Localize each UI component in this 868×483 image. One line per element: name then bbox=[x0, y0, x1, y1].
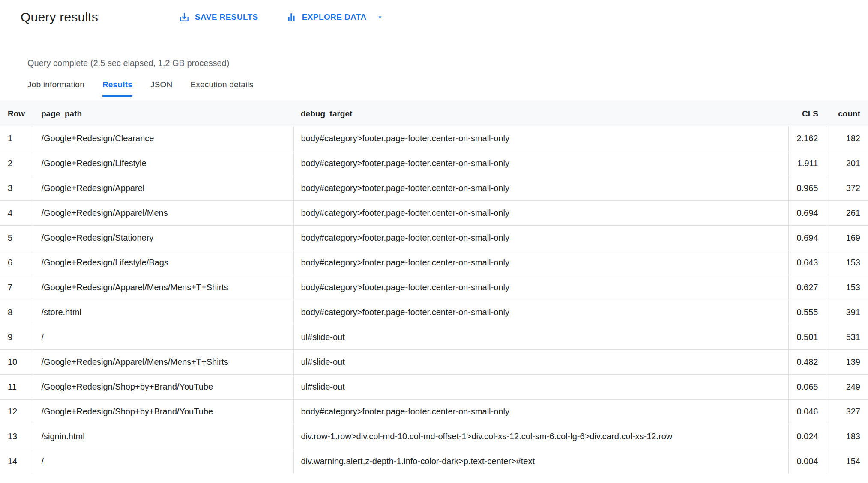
save-results-button[interactable]: SAVE RESULTS bbox=[179, 12, 258, 23]
row-number-cell: 9 bbox=[0, 325, 32, 350]
row-number-cell: 2 bbox=[0, 151, 32, 176]
table-row: 1/Google+Redesign/Clearancebody#category… bbox=[0, 126, 868, 151]
count-cell: 153 bbox=[826, 275, 868, 300]
cls-cell: 0.065 bbox=[788, 375, 826, 400]
page-path-cell: /store.html bbox=[32, 300, 293, 325]
debug-target-cell: div.warning.alert.z-depth-1.info-color-d… bbox=[293, 449, 788, 474]
page-path-cell: / bbox=[32, 325, 293, 350]
results-tabs: Job informationResultsJSONExecution deta… bbox=[27, 80, 868, 97]
query-status-text: Query complete (2.5 sec elapsed, 1.2 GB … bbox=[27, 58, 868, 68]
debug-target-cell: body#category>footer.page-footer.center-… bbox=[293, 250, 788, 275]
explore-data-label: EXPLORE DATA bbox=[302, 12, 367, 22]
count-cell: 391 bbox=[826, 300, 868, 325]
column-header-debug-target: debug_target bbox=[293, 101, 788, 126]
page-path-cell: /Google+Redesign/Shop+by+Brand/YouTube bbox=[32, 400, 293, 424]
count-cell: 139 bbox=[826, 350, 868, 375]
page-path-cell: /Google+Redesign/Apparel/Mens bbox=[32, 201, 293, 226]
cls-cell: 1.911 bbox=[788, 151, 826, 176]
cls-cell: 0.501 bbox=[788, 325, 826, 350]
column-header-cls: CLS bbox=[788, 101, 826, 126]
debug-target-cell: ul#slide-out bbox=[293, 325, 788, 350]
table-row: 10/Google+Redesign/Apparel/Mens/Mens+T+S… bbox=[0, 350, 868, 375]
chevron-down-icon bbox=[376, 13, 384, 21]
debug-target-cell: body#category>footer.page-footer.center-… bbox=[293, 126, 788, 151]
row-number-cell: 8 bbox=[0, 300, 32, 325]
count-cell: 531 bbox=[826, 325, 868, 350]
cls-cell: 0.004 bbox=[788, 449, 826, 474]
cls-cell: 0.555 bbox=[788, 300, 826, 325]
debug-target-cell: body#category>footer.page-footer.center-… bbox=[293, 201, 788, 226]
results-table-body: 1/Google+Redesign/Clearancebody#category… bbox=[0, 126, 868, 474]
count-cell: 154 bbox=[826, 449, 868, 474]
row-number-cell: 11 bbox=[0, 375, 32, 400]
debug-target-cell: div.row-1.row>div.col-md-10.col-md-offse… bbox=[293, 424, 788, 449]
cls-cell: 2.162 bbox=[788, 126, 826, 151]
tab-results[interactable]: Results bbox=[102, 80, 132, 97]
cls-cell: 0.046 bbox=[788, 400, 826, 424]
count-cell: 261 bbox=[826, 201, 868, 226]
count-cell: 153 bbox=[826, 250, 868, 275]
debug-target-cell: body#category>footer.page-footer.center-… bbox=[293, 226, 788, 250]
count-cell: 249 bbox=[826, 375, 868, 400]
debug-target-cell: body#category>footer.page-footer.center-… bbox=[293, 300, 788, 325]
column-header-count: count bbox=[826, 101, 868, 126]
cls-cell: 0.694 bbox=[788, 226, 826, 250]
debug-target-cell: body#category>footer.page-footer.center-… bbox=[293, 176, 788, 201]
explore-data-button[interactable]: EXPLORE DATA bbox=[286, 12, 384, 23]
table-row: 6/Google+Redesign/Lifestyle/Bagsbody#cat… bbox=[0, 250, 868, 275]
table-row: 3/Google+Redesign/Apparelbody#category>f… bbox=[0, 176, 868, 201]
row-number-cell: 14 bbox=[0, 449, 32, 474]
save-results-label: SAVE RESULTS bbox=[195, 12, 258, 22]
row-number-cell: 6 bbox=[0, 250, 32, 275]
row-number-cell: 12 bbox=[0, 400, 32, 424]
count-cell: 201 bbox=[826, 151, 868, 176]
cls-cell: 0.965 bbox=[788, 176, 826, 201]
table-row: 13/signin.htmldiv.row-1.row>div.col-md-1… bbox=[0, 424, 868, 449]
tab-json[interactable]: JSON bbox=[150, 80, 172, 97]
row-number-cell: 10 bbox=[0, 350, 32, 375]
bar-chart-icon bbox=[286, 12, 297, 23]
page-path-cell: /Google+Redesign/Stationery bbox=[32, 226, 293, 250]
debug-target-cell: ul#slide-out bbox=[293, 375, 788, 400]
page-path-cell: /Google+Redesign/Lifestyle/Bags bbox=[32, 250, 293, 275]
row-number-cell: 1 bbox=[0, 126, 32, 151]
table-row: 7/Google+Redesign/Apparel/Mens/Mens+T+Sh… bbox=[0, 275, 868, 300]
tab-job-information[interactable]: Job information bbox=[27, 80, 84, 97]
cls-cell: 0.627 bbox=[788, 275, 826, 300]
row-number-cell: 3 bbox=[0, 176, 32, 201]
table-row: 2/Google+Redesign/Lifestylebody#category… bbox=[0, 151, 868, 176]
row-number-cell: 4 bbox=[0, 201, 32, 226]
table-row: 8/store.htmlbody#category>footer.page-fo… bbox=[0, 300, 868, 325]
count-cell: 182 bbox=[826, 126, 868, 151]
table-row: 14/div.warning.alert.z-depth-1.info-colo… bbox=[0, 449, 868, 474]
debug-target-cell: body#category>footer.page-footer.center-… bbox=[293, 151, 788, 176]
page-path-cell: /signin.html bbox=[32, 424, 293, 449]
page-path-cell: /Google+Redesign/Apparel/Mens/Mens+T+Shi… bbox=[32, 275, 293, 300]
download-icon bbox=[179, 12, 190, 23]
table-row: 12/Google+Redesign/Shop+by+Brand/YouTube… bbox=[0, 400, 868, 424]
count-cell: 183 bbox=[826, 424, 868, 449]
tab-execution-details[interactable]: Execution details bbox=[190, 80, 253, 97]
count-cell: 372 bbox=[826, 176, 868, 201]
column-header-page-path: page_path bbox=[32, 101, 293, 126]
results-table-header: Row page_path debug_target CLS count bbox=[0, 101, 868, 126]
cls-cell: 0.482 bbox=[788, 350, 826, 375]
table-row: 5/Google+Redesign/Stationerybody#categor… bbox=[0, 226, 868, 250]
row-number-cell: 5 bbox=[0, 226, 32, 250]
query-results-panel: Query results SAVE RESULTS EXPLORE DATA bbox=[0, 0, 868, 474]
table-row: 11/Google+Redesign/Shop+by+Brand/YouTube… bbox=[0, 375, 868, 400]
page-title: Query results bbox=[21, 10, 98, 24]
page-path-cell: /Google+Redesign/Apparel/Mens/Mens+T+Shi… bbox=[32, 350, 293, 375]
cls-cell: 0.024 bbox=[788, 424, 826, 449]
page-path-cell: / bbox=[32, 449, 293, 474]
debug-target-cell: body#category>footer.page-footer.center-… bbox=[293, 275, 788, 300]
debug-target-cell: ul#slide-out bbox=[293, 350, 788, 375]
count-cell: 169 bbox=[826, 226, 868, 250]
results-table: Row page_path debug_target CLS count 1/G… bbox=[0, 101, 868, 474]
row-number-cell: 13 bbox=[0, 424, 32, 449]
debug-target-cell: body#category>footer.page-footer.center-… bbox=[293, 400, 788, 424]
page-path-cell: /Google+Redesign/Lifestyle bbox=[32, 151, 293, 176]
table-row: 9/ul#slide-out0.501531 bbox=[0, 325, 868, 350]
page-path-cell: /Google+Redesign/Shop+by+Brand/YouTube bbox=[32, 375, 293, 400]
column-header-row: Row bbox=[0, 101, 32, 126]
